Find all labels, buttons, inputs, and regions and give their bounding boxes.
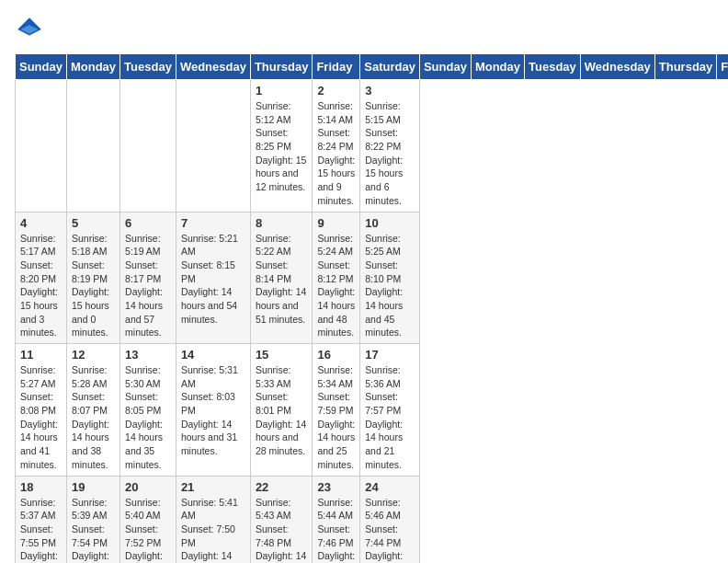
day-number: 24 [365,480,415,494]
calendar-cell: 18Sunrise: 5:37 AM Sunset: 7:55 PM Dayli… [16,476,67,563]
calendar-cell: 19Sunrise: 5:39 AM Sunset: 7:54 PM Dayli… [66,476,119,563]
day-number: 12 [72,348,115,362]
day-info: Sunrise: 5:24 AM Sunset: 8:12 PM Dayligh… [317,232,355,340]
calendar-cell: 20Sunrise: 5:40 AM Sunset: 7:52 PM Dayli… [120,476,176,563]
day-info: Sunrise: 5:36 AM Sunset: 7:57 PM Dayligh… [365,363,415,472]
day-number: 9 [317,216,355,230]
calendar-cell: 10Sunrise: 5:25 AM Sunset: 8:10 PM Dayli… [360,212,420,344]
day-info: Sunrise: 5:34 AM Sunset: 7:59 PM Dayligh… [317,363,355,472]
header-day-saturday: Saturday [360,54,420,80]
calendar-cell: 23Sunrise: 5:44 AM Sunset: 7:46 PM Dayli… [313,476,360,563]
header-day-wednesday: Wednesday [176,54,250,80]
header-day-wednesday: Wednesday [580,54,654,80]
day-info: Sunrise: 5:19 AM Sunset: 8:17 PM Dayligh… [125,232,171,340]
day-info: Sunrise: 5:15 AM Sunset: 8:22 PM Dayligh… [365,99,415,208]
calendar-cell: 13Sunrise: 5:30 AM Sunset: 8:05 PM Dayli… [120,344,176,477]
day-number: 16 [317,348,355,362]
calendar-cell: 1Sunrise: 5:12 AM Sunset: 8:25 PM Daylig… [250,80,313,213]
calendar-cell: 14Sunrise: 5:31 AM Sunset: 8:03 PM Dayli… [176,344,250,477]
header-day-monday: Monday [471,54,524,80]
day-number: 3 [365,84,415,98]
day-info: Sunrise: 5:22 AM Sunset: 8:14 PM Dayligh… [256,232,308,327]
header-day-sunday: Sunday [419,54,471,80]
day-info: Sunrise: 5:18 AM Sunset: 8:19 PM Dayligh… [72,232,115,340]
day-number: 5 [72,216,115,230]
day-info: Sunrise: 5:37 AM Sunset: 7:55 PM Dayligh… [20,496,62,564]
calendar-cell: 6Sunrise: 5:19 AM Sunset: 8:17 PM Daylig… [120,212,176,344]
calendar-week-3: 11Sunrise: 5:27 AM Sunset: 8:08 PM Dayli… [16,344,729,477]
calendar-cell: 9Sunrise: 5:24 AM Sunset: 8:12 PM Daylig… [313,212,360,344]
day-number: 4 [20,216,62,230]
day-number: 23 [317,480,355,494]
day-info: Sunrise: 5:28 AM Sunset: 8:07 PM Dayligh… [72,363,115,472]
header-day-tuesday: Tuesday [120,54,176,80]
day-number: 18 [20,480,62,494]
day-number: 13 [125,348,171,362]
day-info: Sunrise: 5:12 AM Sunset: 8:25 PM Dayligh… [256,99,308,194]
day-info: Sunrise: 5:31 AM Sunset: 8:03 PM Dayligh… [181,363,245,458]
calendar-cell: 24Sunrise: 5:46 AM Sunset: 7:44 PM Dayli… [360,476,420,563]
day-number: 17 [365,348,415,362]
day-number: 8 [256,216,308,230]
header [15,15,713,44]
day-number: 21 [181,480,245,494]
day-info: Sunrise: 5:17 AM Sunset: 8:20 PM Dayligh… [20,232,62,340]
calendar-cell: 3Sunrise: 5:15 AM Sunset: 8:22 PM Daylig… [360,80,420,213]
calendar-week-4: 18Sunrise: 5:37 AM Sunset: 7:55 PM Dayli… [16,476,729,563]
calendar-cell: 2Sunrise: 5:14 AM Sunset: 8:24 PM Daylig… [313,80,360,213]
calendar-cell: 8Sunrise: 5:22 AM Sunset: 8:14 PM Daylig… [250,212,313,344]
header-day-friday: Friday [717,54,728,80]
day-number: 1 [256,84,308,98]
header-day-friday: Friday [313,54,360,80]
day-info: Sunrise: 5:41 AM Sunset: 7:50 PM Dayligh… [181,496,245,564]
day-number: 20 [125,480,171,494]
calendar-table: SundayMondayTuesdayWednesdayThursdayFrid… [15,53,728,563]
day-info: Sunrise: 5:40 AM Sunset: 7:52 PM Dayligh… [125,496,171,564]
calendar-cell: 4Sunrise: 5:17 AM Sunset: 8:20 PM Daylig… [16,212,67,344]
calendar-cell: 7Sunrise: 5:21 AM Sunset: 8:15 PM Daylig… [176,212,250,344]
day-info: Sunrise: 5:43 AM Sunset: 7:48 PM Dayligh… [256,496,308,564]
day-number: 7 [181,216,245,230]
day-number: 11 [20,348,62,362]
day-info: Sunrise: 5:46 AM Sunset: 7:44 PM Dayligh… [365,496,415,564]
header-day-sunday: Sunday [16,54,67,80]
calendar-cell: 17Sunrise: 5:36 AM Sunset: 7:57 PM Dayli… [360,344,420,477]
calendar-cell: 5Sunrise: 5:18 AM Sunset: 8:19 PM Daylig… [66,212,119,344]
calendar-cell [66,80,119,213]
calendar-cell [176,80,250,213]
day-number: 10 [365,216,415,230]
day-info: Sunrise: 5:39 AM Sunset: 7:54 PM Dayligh… [72,496,115,564]
day-info: Sunrise: 5:27 AM Sunset: 8:08 PM Dayligh… [20,363,62,472]
day-info: Sunrise: 5:21 AM Sunset: 8:15 PM Dayligh… [181,232,245,327]
calendar-cell: 21Sunrise: 5:41 AM Sunset: 7:50 PM Dayli… [176,476,250,563]
calendar-cell: 22Sunrise: 5:43 AM Sunset: 7:48 PM Dayli… [250,476,313,563]
logo [15,15,48,44]
calendar-header-row: SundayMondayTuesdayWednesdayThursdayFrid… [16,54,729,80]
day-info: Sunrise: 5:25 AM Sunset: 8:10 PM Dayligh… [365,232,415,340]
calendar-cell: 15Sunrise: 5:33 AM Sunset: 8:01 PM Dayli… [250,344,313,477]
day-number: 22 [256,480,308,494]
day-number: 15 [256,348,308,362]
day-info: Sunrise: 5:14 AM Sunset: 8:24 PM Dayligh… [317,99,355,208]
calendar-cell [16,80,67,213]
day-number: 6 [125,216,171,230]
day-number: 14 [181,348,245,362]
day-info: Sunrise: 5:33 AM Sunset: 8:01 PM Dayligh… [256,363,308,458]
calendar-cell: 16Sunrise: 5:34 AM Sunset: 7:59 PM Dayli… [313,344,360,477]
calendar-week-1: 1Sunrise: 5:12 AM Sunset: 8:25 PM Daylig… [16,80,729,213]
calendar-week-2: 4Sunrise: 5:17 AM Sunset: 8:20 PM Daylig… [16,212,729,344]
calendar-cell: 11Sunrise: 5:27 AM Sunset: 8:08 PM Dayli… [16,344,67,477]
day-info: Sunrise: 5:30 AM Sunset: 8:05 PM Dayligh… [125,363,171,472]
header-day-thursday: Thursday [654,54,717,80]
day-number: 19 [72,480,115,494]
day-number: 2 [317,84,355,98]
calendar-cell: 12Sunrise: 5:28 AM Sunset: 8:07 PM Dayli… [66,344,119,477]
header-day-thursday: Thursday [250,54,313,80]
logo-icon [15,15,44,44]
day-info: Sunrise: 5:44 AM Sunset: 7:46 PM Dayligh… [317,496,355,564]
header-day-monday: Monday [66,54,119,80]
calendar-cell [120,80,176,213]
header-day-tuesday: Tuesday [525,54,581,80]
